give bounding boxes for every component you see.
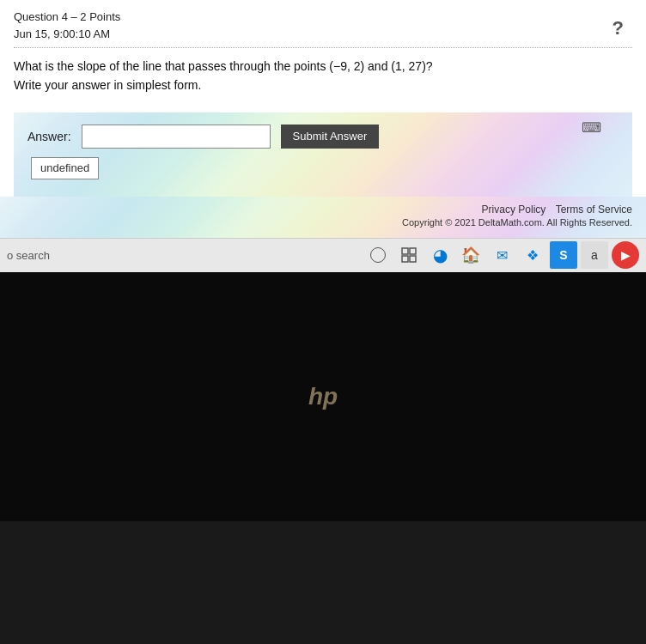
- sound-icon[interactable]: ▶: [612, 241, 639, 269]
- hp-text: hp: [308, 383, 338, 410]
- question-text-line2: Write your answer in simplest form.: [14, 76, 632, 94]
- question-text: What is the slope of the line that passe…: [14, 57, 632, 95]
- divider: [14, 47, 632, 48]
- file-explorer-icon[interactable]: 🏠: [457, 241, 484, 269]
- submit-button[interactable]: Submit Answer: [281, 125, 380, 149]
- circle-icon: [370, 247, 386, 263]
- taskbar: o search ◕ 🏠 ✉ ❖ S a ▶: [0, 238, 646, 272]
- s-app-icon[interactable]: S: [550, 241, 577, 269]
- task-view-icon[interactable]: [395, 241, 423, 269]
- svg-rect-0: [402, 248, 408, 254]
- search-text: o search: [7, 249, 50, 262]
- hp-logo: hp: [302, 375, 344, 418]
- svg-rect-2: [402, 256, 408, 262]
- search-area: o search: [7, 249, 361, 262]
- help-icon[interactable]: ?: [612, 17, 624, 39]
- svg-rect-1: [410, 248, 416, 254]
- windows-search-icon[interactable]: [364, 241, 392, 269]
- undefined-button[interactable]: undefined: [31, 157, 99, 179]
- question-header: Question 4 – 2 Points Jun 15, 9:00:10 AM: [14, 9, 632, 42]
- answer-input[interactable]: [82, 125, 271, 149]
- undefined-row: undefined: [27, 157, 619, 179]
- a-app-icon[interactable]: a: [581, 241, 608, 269]
- mail-icon[interactable]: ✉: [488, 241, 515, 269]
- edge-icon[interactable]: ◕: [426, 241, 454, 269]
- keyboard-icon: ⌨: [582, 119, 601, 136]
- laptop-body: hp: [0, 272, 646, 521]
- main-content: ? Question 4 – 2 Points Jun 15, 9:00:10 …: [0, 0, 646, 197]
- footer-area: Privacy Policy Terms of Service Copyrigh…: [0, 197, 646, 238]
- question-title: Question 4 – 2 Points: [14, 9, 632, 26]
- answer-area: ⌨ Answer: Submit Answer undefined: [14, 112, 632, 197]
- answer-row: Answer: Submit Answer: [27, 125, 619, 149]
- svg-rect-3: [410, 256, 416, 262]
- dropbox-icon[interactable]: ❖: [519, 241, 546, 269]
- question-timestamp: Jun 15, 9:00:10 AM: [14, 26, 632, 43]
- question-text-line1: What is the slope of the line that passe…: [14, 57, 632, 76]
- terms-of-service-link[interactable]: Terms of Service: [556, 204, 632, 216]
- privacy-policy-link[interactable]: Privacy Policy: [482, 204, 546, 216]
- answer-label: Answer:: [27, 130, 71, 143]
- footer-links-row: Privacy Policy Terms of Service: [14, 204, 632, 216]
- footer-copyright: Copyright © 2021 DeltaMath.com. All Righ…: [14, 217, 632, 228]
